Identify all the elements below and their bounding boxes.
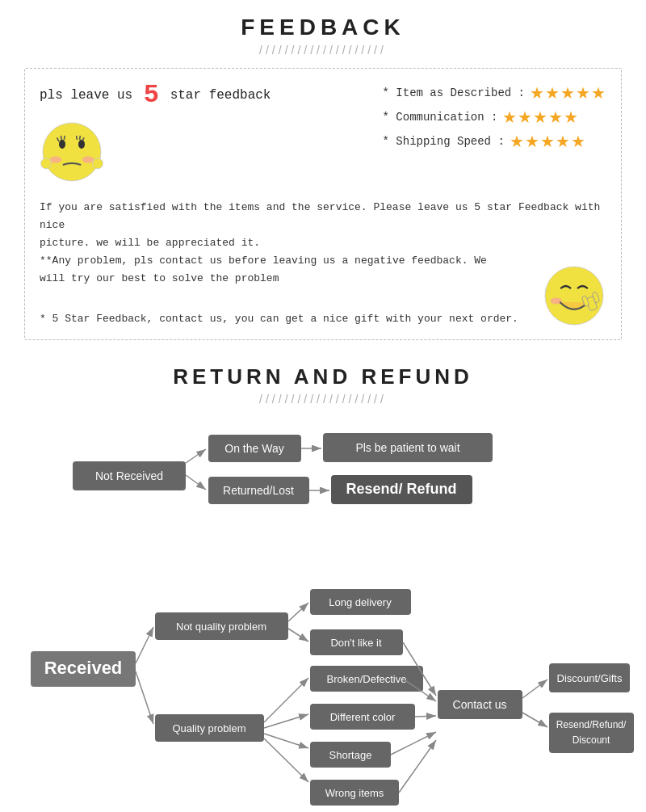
svg-line-70 (522, 713, 547, 727)
svg-text:Don't like it: Don't like it (330, 637, 382, 649)
svg-text:Contact us: Contact us (453, 698, 507, 711)
tagline-suffix: star feedback (170, 88, 271, 103)
body-line2: picture. we will be appreciated it. (40, 234, 606, 252)
svg-text:Pls be patient to wait: Pls be patient to wait (355, 441, 459, 454)
svg-text:Wrong items: Wrong items (325, 787, 384, 799)
svg-point-0 (43, 123, 101, 181)
feedback-tagline: pls leave us 5 star feedback (40, 80, 271, 110)
rating-stars-2: ★★★★★ (502, 107, 579, 127)
not-received-svg: Not Received On the Way Returned/Lost Pl… (24, 417, 630, 542)
svg-text:Different color: Different color (330, 711, 396, 723)
svg-text:Long delivery: Long delivery (329, 596, 392, 608)
feedback-section: FEEDBACK //////////////////// pls leave … (0, 0, 646, 348)
feedback-box: pls leave us 5 star feedback (24, 68, 622, 340)
svg-text:Discount/Gifts: Discount/Gifts (557, 672, 623, 684)
svg-line-21 (186, 449, 206, 463)
svg-line-44 (288, 603, 308, 621)
svg-text:Returned/Lost: Returned/Lost (223, 484, 294, 497)
svg-point-1 (59, 140, 65, 149)
rating-stars-1: ★★★★★ (530, 83, 606, 103)
svg-point-10 (82, 157, 94, 163)
svg-point-9 (50, 157, 61, 163)
rating-stars-3: ★★★★★ (510, 132, 586, 151)
rating-row-2: * Communication : ★★★★★ (383, 107, 606, 127)
body-line1: If you are satisfied with the items and … (40, 199, 606, 234)
body-line4: will try our best to solve the problem (40, 270, 606, 288)
feedback-right: * Item as Described : ★★★★★ * Communicat… (383, 80, 606, 151)
received-flow: Received Not quality problem Quality pro… (24, 546, 630, 812)
tagline-prefix: pls leave us (40, 88, 132, 103)
svg-line-22 (186, 475, 206, 490)
svg-point-11 (41, 158, 52, 169)
svg-text:Broken/Defective: Broken/Defective (327, 673, 407, 685)
svg-line-69 (522, 679, 547, 698)
sad-smiley (40, 120, 104, 187)
svg-text:On the Way: On the Way (224, 442, 283, 455)
rating-row-1: * Item as Described : ★★★★★ (383, 83, 606, 103)
refund-decoration: //////////////////// (24, 393, 622, 406)
svg-text:Quality problem: Quality problem (172, 722, 245, 734)
svg-text:Not quality problem: Not quality problem (176, 621, 266, 633)
body-line3: **Any problem, pls contact us before lea… (40, 252, 606, 270)
not-received-flow: Not Received On the Way Returned/Lost Pl… (24, 417, 630, 546)
svg-line-4 (61, 136, 61, 140)
rating-label-1: * Item as Described : (383, 86, 525, 99)
sad-smiley-svg (40, 120, 104, 184)
feedback-decoration: //////////////////// (24, 44, 622, 57)
svg-text:Resend/ Refund: Resend/ Refund (346, 481, 456, 497)
svg-line-39 (136, 671, 153, 724)
svg-line-63 (415, 716, 436, 717)
received-svg: Received Not quality problem Quality pro… (24, 546, 638, 812)
svg-text:Resend/Refund/: Resend/Refund/ (556, 719, 627, 730)
feedback-body: If you are satisfied with the items and … (40, 199, 606, 328)
body-line5: * 5 Star Feedback, contact us, you can g… (40, 310, 518, 328)
svg-point-12 (93, 158, 103, 169)
feedback-top-row: pls leave us 5 star feedback (40, 80, 606, 187)
svg-text:Received: Received (44, 658, 123, 678)
svg-point-2 (78, 140, 85, 149)
rating-label-3: * Shipping Speed : (383, 135, 505, 148)
svg-line-52 (264, 734, 308, 748)
feedback-title: FEEDBACK (24, 15, 622, 40)
feedback-left: pls leave us 5 star feedback (40, 80, 271, 187)
svg-line-53 (264, 738, 308, 782)
svg-line-6 (77, 136, 78, 140)
rating-row-3: * Shipping Speed : ★★★★★ (383, 132, 606, 151)
refund-section: RETURN AND REFUND //////////////////// N… (0, 348, 646, 812)
rating-label-2: * Communication : (383, 111, 498, 124)
svg-line-50 (264, 678, 308, 722)
svg-text:Not Received: Not Received (95, 469, 163, 482)
svg-text:Shortage: Shortage (329, 749, 372, 761)
happy-smiley-svg (542, 263, 606, 328)
svg-line-7 (80, 136, 81, 140)
tagline-num: 5 (144, 80, 159, 110)
svg-line-5 (64, 136, 65, 140)
asterisk1: * (40, 255, 46, 267)
svg-line-38 (136, 627, 153, 663)
svg-line-64 (391, 732, 436, 755)
refund-title: RETURN AND REFUND (24, 364, 622, 389)
svg-line-45 (288, 629, 308, 642)
svg-text:Discount: Discount (573, 734, 610, 746)
